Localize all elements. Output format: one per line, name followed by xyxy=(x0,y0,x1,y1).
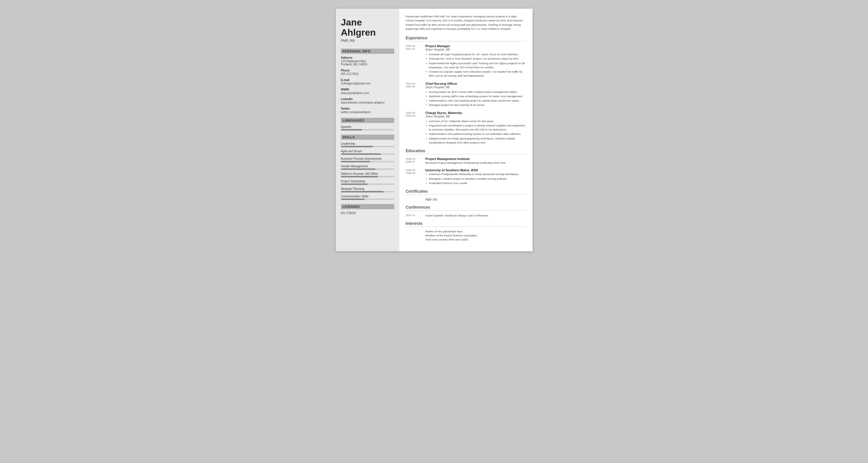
entry-title: Charge Nurse, Maternity xyxy=(426,111,526,115)
entry-subtitle: Seton Hospital, ME xyxy=(426,86,526,89)
entry-date: 2008-10 -2008-07 xyxy=(406,157,426,165)
bullet-item: Implemented a new patient tracking syste… xyxy=(426,132,526,136)
license-item: RN (73829) xyxy=(341,212,394,215)
entry-content: PMP, RN xyxy=(426,198,526,202)
personal-info-header: Personal Info xyxy=(341,49,394,54)
skills-header: Skills xyxy=(341,134,394,140)
skill-bar-bg xyxy=(341,146,394,147)
www-label: WWW xyxy=(341,88,394,91)
education-header: Education xyxy=(406,149,526,154)
experience-entry: 2006-05 -2017-01 Project Manager Seton H… xyxy=(406,44,526,79)
experience-entry: 2000-03 -2002-09 Charge Nurse, Maternity… xyxy=(406,111,526,145)
address-line2: Portland, ME, 04019 xyxy=(341,63,394,66)
skill-name: Project Scheduling xyxy=(341,180,394,183)
cert-value: PMP, RN xyxy=(426,198,526,202)
language-name: Spanish xyxy=(341,125,394,128)
skill-name: Leadership xyxy=(341,142,394,145)
skill-name: Business Process Improvement xyxy=(341,157,394,160)
twitter-block: Twitter twitter.com/janeahlgren xyxy=(341,107,394,114)
address-line1: 134 Rightward Way xyxy=(341,60,394,63)
bullet-list: Oversaw all major hospital projects for … xyxy=(426,52,526,78)
skill-item: Vendor Management xyxy=(341,165,394,170)
licenses-header: Licenses xyxy=(341,204,394,209)
education-list: 2008-10 -2008-07 Project Management Inst… xyxy=(406,157,526,185)
bullet-item: Oversaw the "Just in Time Restock" proje… xyxy=(426,57,526,61)
skill-name: Agile and Scrum xyxy=(341,150,394,153)
email-block: E-mail JUAhlgren@gmail.com xyxy=(341,79,394,85)
interests-list: Mother of two passionate boys.Member of … xyxy=(406,230,526,242)
bullet-item: Implemented a new cost tracking project … xyxy=(426,99,526,103)
conference-title: Guest Speaker, Northeast Shingo Lean Con… xyxy=(426,214,526,218)
skill-bar-fill xyxy=(341,183,368,185)
bullet-item: Managed project for lean training of all… xyxy=(426,103,526,107)
education-entry: 2008-10 -2008-07 Project Management Inst… xyxy=(406,157,526,165)
bullet-item: Nursing leader for all 87 nurses with mu… xyxy=(426,90,526,94)
skill-item: Leadership xyxy=(341,142,394,147)
bullet-item: Led team of 15+ Maternity Ward nurses fo… xyxy=(426,119,526,123)
bullet-item: Implemented the highly successful Lean T… xyxy=(426,61,526,70)
skill-item: Skilled in Keynote, MS Office xyxy=(341,172,394,177)
skill-bar-bg xyxy=(341,176,394,177)
entry-date: 2006-05 -2017-01 xyxy=(406,44,426,79)
bullet-item: Switched nursing staff to new scheduling… xyxy=(426,94,526,98)
address-label: Address xyxy=(341,56,394,59)
conferences-list: 2014-10 Guest Speaker, Northeast Shingo … xyxy=(406,214,526,218)
conference-entry: 2014-10 Guest Speaker, Northeast Shingo … xyxy=(406,214,526,218)
licenses-list: RN (73829) xyxy=(341,212,394,215)
twitter-label: Twitter xyxy=(341,107,394,110)
bullet-list: Led team of 15+ Maternity Ward nurses fo… xyxy=(426,119,526,145)
interests-date-spacer xyxy=(406,230,426,242)
skill-bar-bg xyxy=(341,168,394,170)
languages-list: Spanish xyxy=(341,125,394,130)
www-value: www.janeahlgren.com xyxy=(341,91,394,95)
skills-list: Leadership Agile and Scrum Business Proc… xyxy=(341,142,394,200)
entry-date: 2002-09 -2006-05 xyxy=(406,82,426,107)
certificates-header: Certificates xyxy=(406,189,526,195)
entry-title: Chief Nursing Officer xyxy=(426,82,526,85)
language-bar-fill xyxy=(341,129,362,130)
phone-value: 555-212-5551 xyxy=(341,72,394,75)
interest-item: Avid cross country skier and cyclist. xyxy=(426,238,526,241)
interests-header: Interests xyxy=(406,221,526,227)
skill-bar-bg xyxy=(341,198,394,200)
phone-block: Phone 555-212-5551 xyxy=(341,69,394,75)
skill-bar-fill xyxy=(341,168,376,170)
summary-text: Passionate healthcare PMP with 10+ years… xyxy=(406,14,526,31)
language-item: Spanish xyxy=(341,125,394,130)
bullet-item: Graduated Summa Cum Laude xyxy=(426,181,526,185)
skill-bar-bg xyxy=(341,191,394,192)
bullet-item: Oversaw all major hospital projects for … xyxy=(426,52,526,56)
entry-date: 2000-03 -2002-09 xyxy=(406,111,426,145)
skill-bar-fill xyxy=(341,153,381,155)
education-entry: 1996-09 -1999-05 University of Southern … xyxy=(406,168,526,185)
candidate-name: Jane Ahlgren xyxy=(341,18,394,38)
linkedin-block: LinkedIn www.linkedin.com/in/jane-ahlgre… xyxy=(341,97,394,104)
skill-name: Strategic Planning xyxy=(341,187,394,190)
skill-name: Skilled in Keynote, MS Office xyxy=(341,172,394,175)
entry-title: Project Manager xyxy=(426,44,526,48)
email-value: JUAhlgren@gmail.com xyxy=(341,82,394,85)
skill-item: Business Process Improvement xyxy=(341,157,394,162)
entry-content: Guest Speaker, Northeast Shingo Lean Con… xyxy=(426,214,526,218)
bullet-item: Created our popular supply room relocati… xyxy=(426,70,526,78)
bullet-list: Andersen Postgraduate Fellowship to stud… xyxy=(426,172,526,185)
entry-subtitle: Seton Hospital, ME xyxy=(426,115,526,118)
skill-bar-fill xyxy=(341,161,370,162)
skill-bar-bg xyxy=(341,183,394,185)
language-bar-bg xyxy=(341,129,394,130)
bullet-item: Organized and coordinated a project to d… xyxy=(426,124,526,132)
bullet-list: Nursing leader for all 87 nurses with mu… xyxy=(426,90,526,107)
interests-entry: Mother of two passionate boys.Member of … xyxy=(406,230,526,242)
skill-name: Communication Skills xyxy=(341,195,394,198)
skill-bar-fill xyxy=(341,176,378,177)
experience-list: 2006-05 -2017-01 Project Manager Seton H… xyxy=(406,44,526,145)
bullet-item: Andersen Postgraduate Fellowship to stud… xyxy=(426,172,526,176)
entry-content: Project Management Institute Received Pr… xyxy=(426,157,526,165)
skill-bar-fill xyxy=(341,146,373,147)
skill-bar-fill xyxy=(341,191,383,192)
interest-item: Member of the Parent Teacher Association… xyxy=(426,234,526,237)
skill-name: Vendor Management xyxy=(341,165,394,168)
skill-item: Strategic Planning xyxy=(341,187,394,192)
entry-text: Received Project Management Professional… xyxy=(426,161,526,165)
entry-title: University of Southern Maine, BSN xyxy=(426,168,526,172)
